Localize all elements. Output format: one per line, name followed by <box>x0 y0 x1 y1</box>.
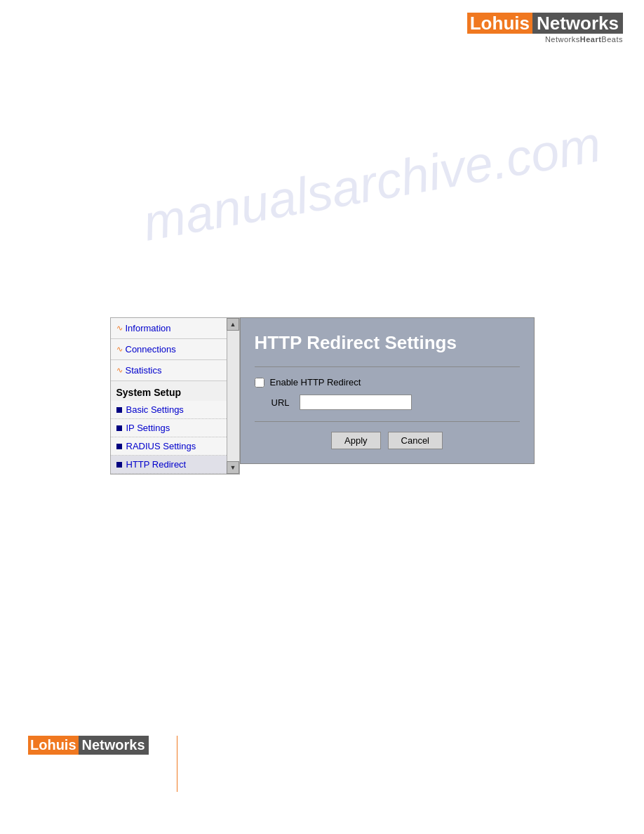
sidebar-item-radius-settings[interactable]: RADIUS Settings <box>111 437 227 456</box>
rss-icon-information: ∿ <box>116 324 123 333</box>
button-row: Apply Cancel <box>255 432 520 449</box>
sidebar-item-connections[interactable]: ∿ Connections <box>111 339 227 360</box>
sidebar-item-ip-settings[interactable]: IP Settings <box>111 419 227 437</box>
nav-icon-http-redirect <box>116 462 122 468</box>
enable-checkbox-row: Enable HTTP Redirect <box>255 377 520 388</box>
footer: LohuisNetworks <box>0 736 644 792</box>
logo-lohuis: Lohuis <box>467 13 532 34</box>
apply-button[interactable]: Apply <box>331 432 381 449</box>
url-row: URL <box>255 395 520 410</box>
panel-wrapper: ∿ Information ∿ Connections ∿ Statistics… <box>110 317 535 475</box>
logo-tagline: NetworksHeartBeats <box>545 35 623 44</box>
header-logo: LohuisNetworks NetworksHeartBeats <box>467 13 623 44</box>
watermark: manualsarchive.com <box>139 114 605 251</box>
footer-divider <box>177 736 177 792</box>
scroll-down-arrow[interactable]: ▼ <box>227 461 239 474</box>
logo-text: LohuisNetworks <box>467 13 623 34</box>
url-input[interactable] <box>300 395 412 410</box>
sidebar-item-basic-settings[interactable]: Basic Settings <box>111 401 227 419</box>
footer-logo: LohuisNetworks <box>28 736 149 755</box>
panel-divider <box>255 366 520 367</box>
sidebar: ∿ Information ∿ Connections ∿ Statistics… <box>110 317 240 475</box>
sidebar-inner: ∿ Information ∿ Connections ∿ Statistics… <box>111 318 227 474</box>
system-setup-header: System Setup <box>111 381 227 401</box>
footer-logo-lohuis: Lohuis <box>28 736 79 755</box>
rss-icon-connections: ∿ <box>116 345 123 354</box>
scroll-track <box>227 331 239 461</box>
scroll-up-arrow[interactable]: ▲ <box>227 318 239 331</box>
main-panel: HTTP Redirect Settings Enable HTTP Redir… <box>240 317 535 464</box>
header: LohuisNetworks NetworksHeartBeats <box>0 0 644 51</box>
sidebar-item-http-redirect[interactable]: HTTP Redirect <box>111 456 227 474</box>
main-content: ∿ Information ∿ Connections ∿ Statistics… <box>0 317 644 475</box>
nav-icon-radius-settings <box>116 444 122 449</box>
sidebar-scrollbar: ▲ ▼ <box>227 318 239 474</box>
cancel-button[interactable]: Cancel <box>388 432 443 449</box>
sidebar-item-information[interactable]: ∿ Information <box>111 318 227 339</box>
rss-icon-statistics: ∿ <box>116 366 123 375</box>
nav-icon-ip-settings <box>116 425 122 431</box>
enable-http-redirect-checkbox[interactable] <box>255 378 264 388</box>
sidebar-item-statistics[interactable]: ∿ Statistics <box>111 360 227 381</box>
footer-logo-networks: Networks <box>79 736 149 755</box>
logo-networks: Networks <box>532 13 623 34</box>
panel-title: HTTP Redirect Settings <box>255 332 520 354</box>
enable-label: Enable HTTP Redirect <box>270 377 361 388</box>
panel-divider-2 <box>255 421 520 422</box>
nav-icon-basic-settings <box>116 407 122 413</box>
url-label: URL <box>271 397 293 408</box>
